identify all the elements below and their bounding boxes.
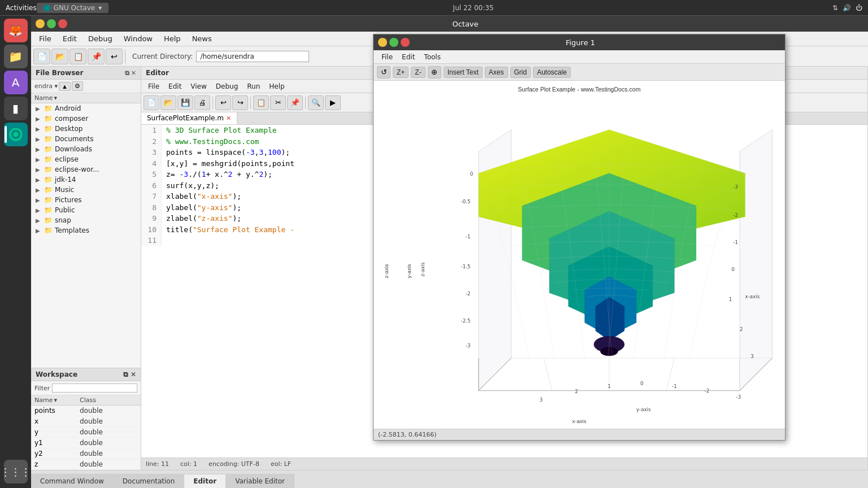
tray-sound[interactable]: 🔊 (843, 4, 851, 12)
menu-debug[interactable]: Debug (83, 33, 118, 44)
file-item-templates[interactable]: ▶📁Templates (31, 225, 141, 236)
menu-window[interactable]: Window (118, 33, 158, 44)
figure-menu-tools[interactable]: Tools (420, 52, 444, 62)
figure-pan-btn[interactable]: ⊕ (428, 66, 441, 79)
tab-variable-editor[interactable]: Variable Editor (226, 474, 294, 488)
figure-zoom-out-btn[interactable]: Z- (411, 67, 425, 78)
menu-help[interactable]: Help (158, 33, 186, 44)
tray-power[interactable]: ⏻ (856, 4, 862, 12)
code-text-1: % 3D Surface Plot Example (162, 125, 277, 136)
toolbar-copy[interactable]: 📋 (70, 49, 86, 64)
fb-name-col[interactable]: Name ▾ (34, 94, 137, 102)
file-item-android[interactable]: ▶📁Android (31, 103, 141, 114)
figure-axes-btn[interactable]: Axes (485, 67, 508, 78)
dock-octave[interactable] (4, 123, 28, 146)
fb-undock-btn[interactable]: ⧉ (125, 69, 129, 77)
file-item-downloads[interactable]: ▶📁Downloads (31, 144, 141, 154)
ws-close-btn[interactable]: ✕ (131, 371, 136, 378)
editor-menu-run[interactable]: Run (242, 81, 264, 91)
figure-menu-edit[interactable]: Edit (398, 52, 418, 62)
editor-copy-btn[interactable]: 📋 (253, 95, 269, 110)
maximize-button[interactable] (47, 19, 56, 28)
fb-sync-btn[interactable]: ⚙ (72, 81, 83, 91)
svg-text:-0.5: -0.5 (461, 199, 471, 204)
dock-files[interactable]: 📁 (4, 45, 28, 68)
ws-name-col[interactable]: Name ▾ (34, 396, 80, 404)
tab-editor[interactable]: Editor (184, 474, 226, 488)
minimize-button[interactable] (36, 19, 45, 28)
ws-row-x[interactable]: xdouble (31, 416, 141, 427)
toolbar-new[interactable]: 📄 (33, 49, 50, 64)
menu-edit[interactable]: Edit (57, 33, 83, 44)
code-text-8: ylabel("y-axis"); (162, 202, 241, 213)
file-item-eclipse-wor[interactable]: ▶📁eclipse-wor... (31, 164, 141, 175)
dock-apps-button[interactable]: ⋮⋮⋮ (4, 460, 28, 483)
file-item-snap[interactable]: ▶📁snap (31, 215, 141, 225)
ws-row-points[interactable]: pointsdouble (31, 406, 141, 416)
tab-documentation[interactable]: Documentation (114, 474, 185, 488)
ws-row-y[interactable]: ydouble (31, 427, 141, 438)
figure-menu-file[interactable]: File (378, 52, 396, 62)
figure-minimize-btn[interactable] (378, 38, 387, 47)
editor-menu-debug[interactable]: Debug (211, 81, 242, 91)
editor-menu-edit[interactable]: Edit (164, 81, 186, 91)
file-item-public[interactable]: ▶📁Public (31, 205, 141, 215)
figure-rotate-btn[interactable]: ↺ (377, 66, 390, 79)
ws-row-y2[interactable]: y2double (31, 448, 141, 459)
code-text-3: points = linspace(-3,3,100); (162, 147, 290, 158)
dock-software[interactable]: A (4, 71, 28, 94)
figure-insert-text-btn[interactable]: Insert Text (444, 67, 483, 78)
file-item-composer[interactable]: ▶📁composer (31, 114, 141, 124)
file-item-jdk14[interactable]: ▶📁jdk-14 (31, 175, 141, 185)
editor-redo-btn[interactable]: ↪ (232, 95, 248, 110)
toolbar-open[interactable]: 📂 (51, 49, 68, 64)
menu-news[interactable]: News (186, 33, 218, 44)
editor-find-btn[interactable]: 🔍 (308, 95, 324, 110)
file-item-eclipse[interactable]: ▶📁eclipse (31, 154, 141, 164)
editor-print-btn[interactable]: 🖨 (194, 95, 210, 110)
dock-terminal[interactable]: ▮ (4, 97, 28, 120)
close-button[interactable] (58, 19, 67, 28)
editor-run-file-btn[interactable]: ▶ (325, 95, 341, 110)
tab-close-btn[interactable]: ✕ (226, 115, 231, 122)
editor-cut-btn[interactable]: ✂ (270, 95, 286, 110)
code-text-4: [x,y] = meshgrid(points,point (162, 158, 294, 169)
editor-new-btn[interactable]: 📄 (144, 95, 159, 110)
fb-up-btn[interactable]: ▲ (59, 82, 71, 91)
file-item-pictures[interactable]: ▶📁Pictures (31, 195, 141, 205)
menu-file[interactable]: File (33, 33, 57, 44)
file-item-label: Downloads (55, 145, 92, 153)
figure-zoom-in-btn[interactable]: Z+ (393, 67, 409, 78)
editor-undo-btn[interactable]: ↩ (215, 95, 231, 110)
editor-open-btn[interactable]: 📂 (160, 95, 176, 110)
editor-menu-view[interactable]: View (186, 81, 211, 91)
app-name-button[interactable]: GNU Octave ▾ (37, 3, 109, 13)
tab-command-window[interactable]: Command Window (31, 474, 114, 488)
ws-row-y1[interactable]: y1double (31, 438, 141, 448)
figure-autoscale-btn[interactable]: Autoscale (533, 67, 571, 78)
editor-paste-btn[interactable]: 📌 (287, 95, 303, 110)
activities-button[interactable]: Activities (6, 4, 37, 12)
file-item-music[interactable]: ▶📁Music (31, 185, 141, 195)
fb-close-btn[interactable]: ✕ (131, 69, 136, 77)
editor-menu-help[interactable]: Help (264, 81, 289, 91)
ws-class-col[interactable]: Class (80, 396, 137, 404)
toolbar-undo[interactable]: ↩ (106, 49, 123, 64)
ws-undock-btn[interactable]: ⧉ (123, 371, 128, 378)
editor-menu-file[interactable]: File (144, 81, 164, 91)
tray-network[interactable]: ⇅ (832, 4, 838, 12)
ws-filter-input[interactable] (52, 384, 137, 393)
figure-maximize-btn[interactable] (389, 38, 398, 47)
file-item-desktop[interactable]: ▶📁Desktop (31, 124, 141, 134)
ws-row-z[interactable]: zdouble (31, 459, 141, 470)
editor-tab-label: SurfacePlotExample.m (147, 114, 224, 122)
editor-save-btn[interactable]: 💾 (177, 95, 193, 110)
figure-grid-btn[interactable]: Grid (510, 67, 531, 78)
toolbar-paste[interactable]: 📌 (88, 49, 105, 64)
file-item-label: Public (55, 206, 75, 214)
system-clock: Jul 22 00:35 (453, 4, 494, 12)
figure-close-btn[interactable] (401, 38, 410, 47)
dock-firefox[interactable]: 🦊 (4, 19, 28, 42)
editor-tab-surfaceplot[interactable]: SurfacePlotExample.m ✕ (141, 112, 237, 124)
file-item-documents[interactable]: ▶📁Documents (31, 134, 141, 144)
